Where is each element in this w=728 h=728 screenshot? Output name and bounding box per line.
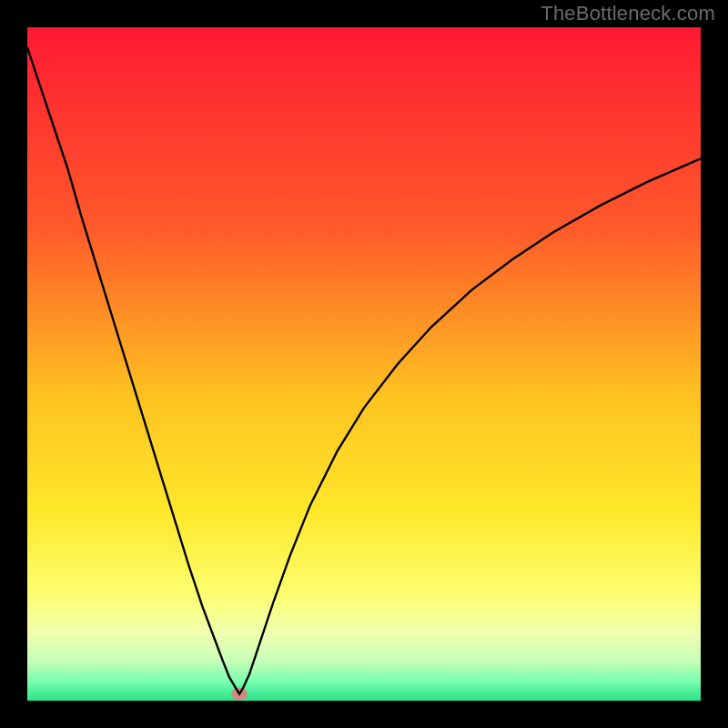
attribution-label: TheBottleneck.com (541, 2, 715, 25)
chart-frame: TheBottleneck.com (0, 0, 728, 728)
bottleneck-chart (0, 0, 728, 728)
plot-background (27, 27, 701, 701)
